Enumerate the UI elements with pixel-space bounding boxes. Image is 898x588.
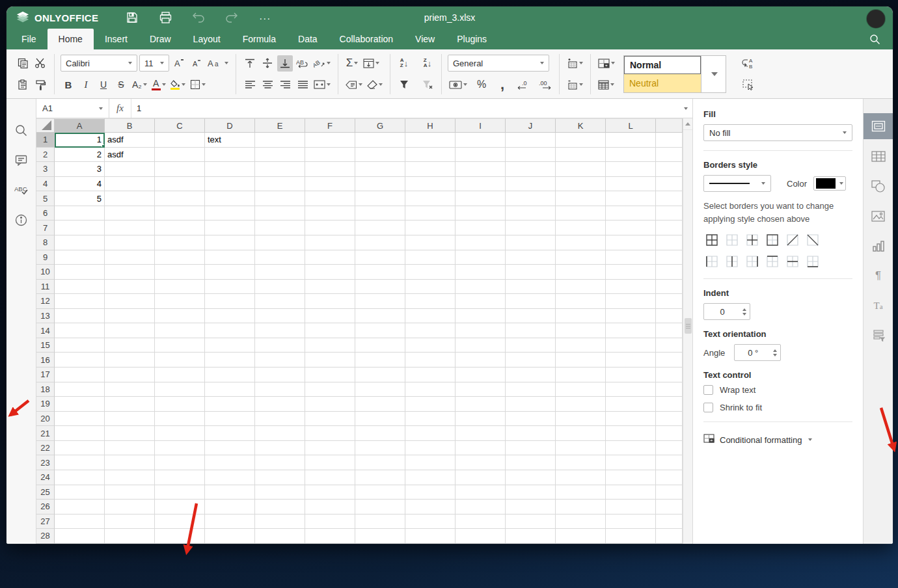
cell-D25[interactable]	[205, 485, 255, 500]
cell-B4[interactable]	[105, 177, 155, 192]
cell-B26[interactable]	[105, 500, 155, 514]
justify-button[interactable]	[295, 77, 310, 93]
cell-G28[interactable]	[355, 529, 405, 544]
chart-settings-icon[interactable]	[864, 233, 893, 259]
print-button[interactable]	[157, 10, 173, 25]
cell-L14[interactable]	[606, 323, 656, 338]
cell-G8[interactable]	[355, 235, 405, 250]
cell-J14[interactable]	[506, 323, 556, 338]
border-none-button[interactable]	[724, 232, 740, 248]
cell-J8[interactable]	[506, 235, 556, 250]
row-header-19[interactable]: 19	[36, 397, 55, 412]
column-header-H[interactable]: H	[405, 118, 456, 133]
search-icon[interactable]	[867, 31, 882, 47]
cell-H8[interactable]	[405, 235, 456, 250]
cell-D14[interactable]	[205, 323, 255, 338]
cell-E12[interactable]	[255, 294, 305, 309]
cell-D8[interactable]	[205, 235, 255, 250]
cell-J15[interactable]	[506, 338, 556, 353]
row-header-2[interactable]: 2	[36, 148, 55, 163]
border-inside-vertical-button[interactable]	[724, 253, 740, 269]
cell-M1[interactable]	[656, 133, 683, 148]
align-top-button[interactable]	[242, 55, 258, 72]
cell-K6[interactable]	[556, 206, 606, 221]
border-diagonal-down-button[interactable]	[804, 232, 821, 248]
cell-J16[interactable]	[506, 353, 556, 368]
cell-M25[interactable]	[656, 485, 683, 500]
vertical-scrollbar[interactable]	[683, 118, 692, 544]
cell-E26[interactable]	[255, 500, 305, 514]
cell-B5[interactable]	[105, 191, 155, 206]
cell-I3[interactable]	[456, 162, 506, 177]
column-header-C[interactable]: C	[155, 118, 205, 133]
cell-G22[interactable]	[355, 441, 405, 456]
cell-H22[interactable]	[405, 441, 456, 456]
cell-D13[interactable]	[205, 309, 255, 324]
row-header-28[interactable]: 28	[36, 529, 55, 544]
cell-K15[interactable]	[556, 338, 606, 353]
cell-B19[interactable]	[105, 397, 155, 412]
cell-G10[interactable]	[355, 265, 405, 280]
cell-B24[interactable]	[105, 470, 155, 485]
cell-H18[interactable]	[405, 382, 456, 397]
cell-G24[interactable]	[355, 470, 405, 485]
row-header-27[interactable]: 27	[36, 514, 55, 529]
align-middle-button[interactable]	[260, 55, 275, 72]
bold-button[interactable]: B	[61, 77, 76, 93]
cell-K5[interactable]	[556, 191, 606, 206]
cell-L8[interactable]	[606, 235, 656, 250]
cell-A3[interactable]: 3	[55, 162, 105, 177]
cell-M27[interactable]	[656, 514, 683, 529]
row-header-20[interactable]: 20	[36, 412, 55, 427]
cell-K25[interactable]	[556, 485, 606, 500]
cell-C8[interactable]	[155, 235, 205, 250]
cell-K18[interactable]	[556, 382, 606, 397]
cell-C16[interactable]	[155, 353, 205, 368]
percent-style-button[interactable]: %	[474, 77, 489, 93]
font-size-select[interactable]: 11	[139, 55, 169, 72]
column-header-A[interactable]: A	[55, 118, 105, 133]
cell-L3[interactable]	[606, 162, 656, 177]
cell-I25[interactable]	[456, 485, 506, 500]
comments-icon[interactable]	[8, 147, 34, 173]
cell-F22[interactable]	[305, 441, 355, 456]
cell-K24[interactable]	[556, 470, 606, 485]
cell-M13[interactable]	[656, 309, 683, 324]
cell-F4[interactable]	[305, 177, 355, 192]
cell-E9[interactable]	[255, 250, 305, 265]
cell-I13[interactable]	[456, 309, 506, 324]
cell-L25[interactable]	[606, 485, 656, 500]
cell-A18[interactable]	[55, 382, 105, 397]
cell-J5[interactable]	[506, 191, 556, 206]
cell-J20[interactable]	[506, 412, 556, 427]
cell-F2[interactable]	[305, 148, 355, 163]
cell-H5[interactable]	[405, 191, 456, 206]
cell-D15[interactable]	[205, 338, 255, 353]
tab-layout[interactable]: Layout	[182, 29, 232, 49]
cell-H13[interactable]	[405, 309, 456, 324]
cell-L11[interactable]	[606, 280, 656, 295]
cell-F23[interactable]	[305, 455, 355, 470]
tab-file[interactable]: File	[10, 29, 48, 49]
cell-C21[interactable]	[155, 426, 205, 441]
cell-L5[interactable]	[606, 191, 656, 206]
cell-B18[interactable]	[105, 382, 155, 397]
cell-L20[interactable]	[606, 412, 656, 427]
cell-M16[interactable]	[656, 353, 683, 368]
cell-M6[interactable]	[656, 206, 683, 221]
column-header-M[interactable]	[656, 118, 683, 133]
cell-H19[interactable]	[405, 397, 456, 412]
cell-A16[interactable]	[55, 353, 105, 368]
cell-B17[interactable]	[105, 368, 155, 382]
tab-draw[interactable]: Draw	[139, 29, 182, 49]
wrap-text-button[interactable]: AB	[295, 55, 310, 72]
cell-H2[interactable]	[405, 148, 456, 163]
cell-I26[interactable]	[456, 500, 506, 514]
cell-D21[interactable]	[205, 426, 255, 441]
cell-M3[interactable]	[656, 162, 683, 177]
cell-G20[interactable]	[355, 412, 405, 427]
cell-G17[interactable]	[355, 368, 405, 382]
cell-M28[interactable]	[656, 529, 683, 544]
sort-descending-button[interactable]: ZA↓	[420, 55, 435, 72]
cell-M22[interactable]	[656, 441, 683, 456]
